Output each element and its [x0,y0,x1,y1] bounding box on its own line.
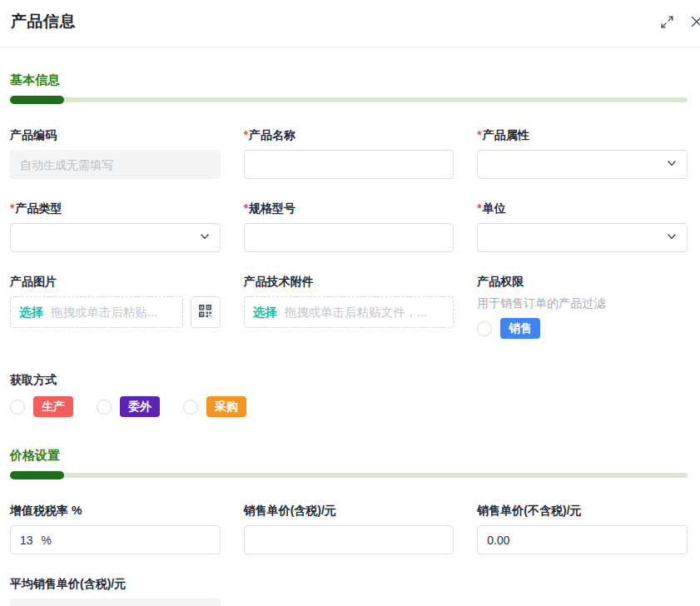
field-product-attr: *产品属性 [477,127,688,179]
sale-price-tax-label: 销售单价(含税)/元 [244,504,336,517]
dialog-body: 基本信息 产品编码 *产品名称 *产品属性 [0,47,700,606]
sale-price-no-tax-label: 销售单价(不含税)/元 [477,504,581,517]
progress-track [10,473,688,478]
required-asterisk: * [10,201,14,215]
progress-pill [10,471,64,479]
field-product-name: *产品名称 [244,127,454,179]
product-attr-select[interactable] [477,150,688,179]
produce-radio[interactable] [10,400,25,415]
field-product-type: *产品类型 [10,201,221,252]
section-title-basic: 基本信息 [10,72,688,88]
unit-label: 单位 [483,201,506,215]
product-type-label: 产品类型 [15,201,62,215]
outsource-radio[interactable] [97,400,112,415]
upload-choose-button[interactable]: 选择 [19,305,43,320]
field-product-image: 产品图片 选择 拖拽或单击后粘贴... [10,274,221,339]
sale-price-tax-input[interactable] [244,525,454,554]
chevron-down-icon [666,231,678,245]
field-unit: *单位 [477,201,688,252]
required-asterisk: * [477,128,481,142]
product-permission-label: 产品权限 [477,275,524,288]
header-icons [658,12,700,31]
product-info-dialog: 产品信息 基本信息 产品编码 [0,0,700,606]
product-attr-label: 产品属性 [483,128,529,142]
form-row-4: 增值税税率 % 13 % 销售单价(含税)/元 销售单价(不含税)/元 [10,503,688,554]
acquire-option-purchase: 采购 [183,396,246,417]
upload-placeholder: 拖拽或单击后粘贴... [51,305,157,320]
upload-placeholder: 拖拽或单击后粘贴文件，... [285,305,428,320]
spec-model-input[interactable] [244,223,454,252]
acquire-option-produce: 生产 [10,396,73,417]
progress-track [10,97,688,102]
form-row-1: 产品编码 *产品名称 *产品属性 [10,127,688,179]
section-progress-price [10,471,688,479]
sale-price-no-tax-input[interactable] [477,525,688,554]
vat-rate-label: 增值税税率 % [10,504,82,517]
required-asterisk: * [244,128,248,142]
avg-sale-price-input [10,599,221,606]
dialog-header: 产品信息 [0,0,700,47]
required-asterisk: * [244,201,248,215]
product-name-input[interactable] [244,150,454,179]
vat-rate-value: 13 [20,534,33,547]
form-row-5: 平均销售单价(含税)/元 [10,576,688,606]
form-row-3: 产品图片 选择 拖拽或单击后粘贴... [10,274,688,339]
spec-model-label: 规格型号 [249,201,295,215]
close-icon[interactable] [688,12,700,31]
form-row-2: *产品类型 *规格型号 *单位 [10,201,688,252]
expand-icon[interactable] [658,12,676,31]
product-code-label: 产品编码 [10,128,57,142]
avg-sale-price-label: 平均销售单价(含税)/元 [10,577,126,590]
product-image-label: 产品图片 [10,275,57,288]
product-code-input [10,150,221,179]
field-tech-attachment: 产品技术附件 选择 拖拽或单击后粘贴文件，... [244,274,454,339]
qr-scan-button[interactable] [191,296,221,328]
acquire-method-label: 获取方式 [10,373,57,386]
section-title-price: 价格设置 [10,448,688,464]
field-product-code: 产品编码 [10,127,221,179]
section-progress-basic [10,96,688,104]
product-type-select[interactable] [10,223,221,252]
chevron-down-icon [199,231,211,245]
upload-choose-button[interactable]: 选择 [253,305,277,320]
product-permission-hint: 用于销售订单的产品过滤 [477,296,688,310]
outsource-tag[interactable]: 委外 [120,396,160,417]
progress-pill [10,96,64,104]
field-acquire-method: 获取方式 生产 委外 采购 [10,372,688,417]
field-sale-price-no-tax: 销售单价(不含税)/元 [477,503,688,554]
qr-code-icon [198,304,212,320]
chevron-down-icon [666,157,678,171]
tech-attachment-label: 产品技术附件 [244,275,314,288]
sale-tag[interactable]: 销售 [500,318,540,339]
vat-rate-input[interactable]: 13 % [10,525,221,554]
field-spec-model: *规格型号 [244,201,454,252]
field-sale-price-tax: 销售单价(含税)/元 [244,503,454,554]
produce-tag[interactable]: 生产 [33,396,73,417]
field-product-permission: 产品权限 用于销售订单的产品过滤 销售 [477,274,688,339]
field-avg-sale-price: 平均销售单价(含税)/元 [10,576,221,606]
required-asterisk: * [477,201,481,215]
product-image-upload[interactable]: 选择 拖拽或单击后粘贴... [10,296,183,328]
tech-attachment-upload[interactable]: 选择 拖拽或单击后粘贴文件，... [244,296,454,328]
dialog-title: 产品信息 [11,11,687,32]
unit-select[interactable] [477,223,688,252]
field-vat-rate: 增值税税率 % 13 % [10,503,221,554]
acquire-option-outsource: 委外 [97,396,160,417]
permission-sale-radio[interactable] [477,321,492,336]
purchase-tag[interactable]: 采购 [206,396,246,417]
product-name-label: 产品名称 [249,128,295,142]
vat-rate-suffix: % [42,534,52,547]
purchase-radio[interactable] [183,400,198,415]
